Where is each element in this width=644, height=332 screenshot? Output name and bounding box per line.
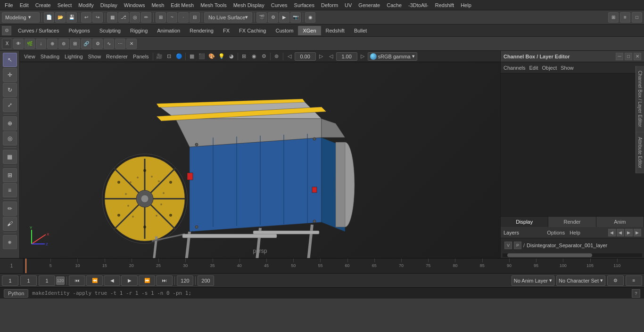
menu-cache[interactable]: Cache xyxy=(384,1,405,9)
anim-options-btn[interactable]: ≡ xyxy=(626,275,642,286)
char-set-dropdown[interactable]: No Character Set ▾ xyxy=(556,275,605,286)
new-scene-btn[interactable]: 📄 xyxy=(44,12,54,23)
xgen-btn-1[interactable]: X xyxy=(2,39,12,49)
timeline-ruler[interactable]: 5101520253035404550556065707580859095100… xyxy=(24,259,644,273)
cb-channels-btn[interactable]: Channels xyxy=(504,65,525,71)
undo-btn[interactable]: ↩ xyxy=(81,12,91,23)
smooth-shade-btn[interactable]: ⬛ xyxy=(197,52,206,61)
lighting-menu-btn[interactable]: Lighting xyxy=(62,53,85,60)
menu-generate[interactable]: Generate xyxy=(355,1,383,9)
soft-mod-btn[interactable]: ◎ xyxy=(3,131,17,146)
cb-show-btn[interactable]: Show xyxy=(561,65,574,71)
menu-windows[interactable]: Windows xyxy=(121,1,148,9)
menu-surfaces[interactable]: Surfaces xyxy=(291,1,317,9)
gamma-left-btn[interactable]: ◁ xyxy=(326,52,336,61)
layers-scrollbar-thumb[interactable] xyxy=(507,253,592,257)
timeline-end-field[interactable]: 200 xyxy=(198,275,214,286)
snap-surface-btn[interactable]: ⊟ xyxy=(190,12,200,23)
layer-visibility-btn[interactable]: V xyxy=(504,242,512,249)
gamma-value[interactable]: 1.00 xyxy=(336,52,357,61)
cb-close-btn[interactable]: ✕ xyxy=(634,53,641,60)
xgen-btn-7[interactable]: ⊞ xyxy=(70,39,80,49)
menu-help[interactable]: Help xyxy=(458,1,474,9)
channel-box-vertical-label[interactable]: Channel Box / Layer Editor xyxy=(636,66,644,132)
scale-tool-btn[interactable]: ⤢ xyxy=(3,98,17,112)
exposure-value[interactable]: 0.00 xyxy=(295,52,316,61)
save-scene-btn[interactable]: 💾 xyxy=(66,12,77,23)
tab-polygons[interactable]: Polygons xyxy=(64,26,94,35)
layers-prev-btn[interactable]: ◀ xyxy=(608,229,616,236)
viewport-3d[interactable]: X Y Z persp xyxy=(20,62,500,258)
step-back-btn[interactable]: ⏪ xyxy=(86,275,103,286)
layers-next2-btn[interactable]: ▶ xyxy=(625,229,633,236)
lasso-select-btn[interactable]: ◎ xyxy=(130,12,140,23)
hud-btn[interactable]: ◉ xyxy=(249,52,259,61)
layers-options-tab[interactable]: Options xyxy=(545,229,567,236)
render-settings-btn[interactable]: ⚙ xyxy=(268,12,278,23)
redo-btn[interactable]: ↪ xyxy=(92,12,103,23)
menu-create[interactable]: Create xyxy=(33,1,54,9)
layer-playback-btn[interactable]: P xyxy=(514,242,521,249)
exposure-right-btn[interactable]: ▷ xyxy=(316,52,326,61)
outliner-btn[interactable]: ≡ xyxy=(3,183,17,197)
cb-maximize-btn[interactable]: □ xyxy=(625,53,632,60)
render-seq-btn[interactable]: ▶ xyxy=(279,12,289,23)
layers-next-btn[interactable]: ▶ xyxy=(634,229,641,236)
menu-3dtall[interactable]: -3DtoAll- xyxy=(405,1,431,9)
xform-btn[interactable]: ⎈ xyxy=(3,235,17,249)
xgen-btn-2[interactable]: 👁 xyxy=(13,39,24,49)
tabs-settings-btn[interactable]: ⚙ xyxy=(2,26,11,35)
render-tab[interactable]: Render xyxy=(548,217,596,227)
snap-grid-btn[interactable]: ⊞ xyxy=(156,12,166,23)
xgen-btn-6[interactable]: ⊚ xyxy=(58,39,69,49)
mode-dropdown[interactable]: Modeling ▾ xyxy=(2,12,40,23)
texture-btn[interactable]: 🎨 xyxy=(207,52,216,61)
select-by-component-btn[interactable]: ▦ xyxy=(107,12,117,23)
menu-redshift[interactable]: Redshift xyxy=(432,1,457,9)
menu-select[interactable]: Select xyxy=(55,1,75,9)
cb-object-btn[interactable]: Object xyxy=(542,65,557,71)
xgen-btn-8[interactable]: 🔗 xyxy=(81,39,91,49)
anim-layer-dropdown[interactable]: No Anim Layer ▾ xyxy=(512,275,554,286)
tab-sculpting[interactable]: Sculpting xyxy=(95,26,125,35)
light-btn[interactable]: 💡 xyxy=(217,52,226,61)
camera-track-btn[interactable]: ⊡ xyxy=(165,52,174,61)
snap-point-btn[interactable]: · xyxy=(178,12,189,23)
show-menu-btn[interactable]: Show xyxy=(86,53,104,60)
display-options-btn[interactable]: ◉ xyxy=(305,12,315,23)
resolution-btn[interactable]: ⊚ xyxy=(272,52,281,61)
snap-settings-btn[interactable]: ⊞ xyxy=(3,168,17,182)
tab-rendering[interactable]: Rendering xyxy=(185,26,218,35)
layers-prev2-btn[interactable]: ◀ xyxy=(617,229,624,236)
xgen-btn-11[interactable]: ⋯ xyxy=(115,39,125,49)
menu-edit-mesh[interactable]: Edit Mesh xyxy=(168,1,197,9)
goto-end-btn[interactable]: ⏭ xyxy=(156,275,173,286)
anim-settings-btn[interactable]: ⚙ xyxy=(607,275,624,286)
menu-modify[interactable]: Modify xyxy=(75,1,96,9)
anim-tab[interactable]: Anim xyxy=(596,217,644,227)
shadow-btn[interactable]: ◕ xyxy=(227,52,236,61)
viewport-options-btn[interactable]: ⚙ xyxy=(259,52,269,61)
color-space-dropdown[interactable]: sRGB gamma ▾ xyxy=(368,52,417,61)
tab-rigging[interactable]: Rigging xyxy=(125,26,152,35)
attribute-editor-vertical-label[interactable]: Attribute Editor xyxy=(636,132,644,173)
menu-mesh-display[interactable]: Mesh Display xyxy=(231,1,267,9)
start-frame-field[interactable]: 1 xyxy=(2,275,18,286)
menu-uv[interactable]: UV xyxy=(342,1,355,9)
menu-file[interactable]: File xyxy=(2,1,16,9)
render-snapshot-btn[interactable]: 📷 xyxy=(290,12,301,23)
live-surface-btn[interactable]: No Live Surface ▾ xyxy=(204,12,252,23)
layer-row[interactable]: V P / Disintegrator_Separator_001_layer xyxy=(503,240,642,251)
xgen-btn-4[interactable]: ↓ xyxy=(36,39,46,49)
play-back-btn[interactable]: ◀ xyxy=(104,275,120,286)
tab-fx-caching[interactable]: FX Caching xyxy=(234,26,271,35)
rotate-tool-btn[interactable]: ↻ xyxy=(3,83,17,97)
goto-start-btn[interactable]: ⏮ xyxy=(69,275,85,286)
grid-btn[interactable]: ⊞ xyxy=(239,52,249,61)
wireframe-btn[interactable]: ▦ xyxy=(187,52,197,61)
shading-menu-btn[interactable]: Shading xyxy=(38,53,62,60)
status-help-btn[interactable]: ? xyxy=(632,289,640,298)
move-tool-btn[interactable]: ✛ xyxy=(3,68,17,82)
cb-minimize-btn[interactable]: ─ xyxy=(616,53,623,60)
tab-curves-surfaces[interactable]: Curves / Surfaces xyxy=(13,26,64,35)
